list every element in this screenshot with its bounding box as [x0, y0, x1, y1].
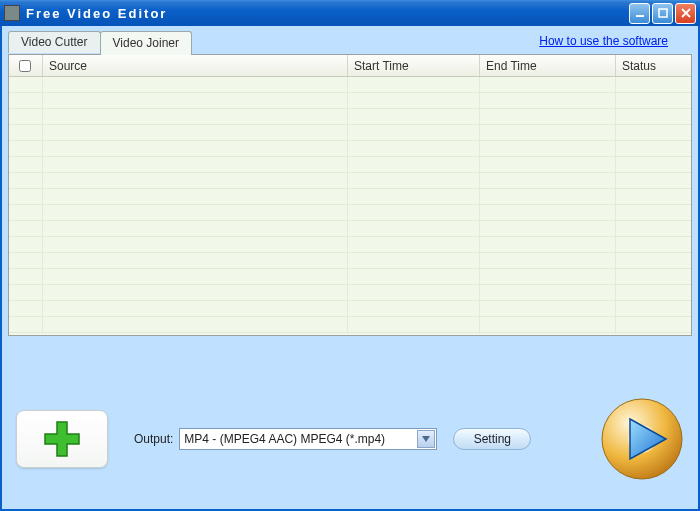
svg-rect-0 [636, 15, 644, 17]
table-row [9, 237, 691, 253]
column-header-start-time[interactable]: Start Time [348, 55, 480, 76]
plus-icon [41, 418, 83, 460]
table-row [9, 77, 691, 93]
column-header-status[interactable]: Status [616, 55, 691, 76]
table-body[interactable] [9, 77, 691, 335]
client-area: Video Cutter Video Joiner How to use the… [0, 26, 700, 511]
column-header-end-time[interactable]: End Time [480, 55, 616, 76]
output-format-select[interactable]: MP4 - (MPEG4 AAC) MPEG4 (*.mp4) [179, 428, 437, 450]
window-controls [629, 3, 696, 24]
column-header-source[interactable]: Source [43, 55, 348, 76]
app-icon [4, 5, 20, 21]
table-row [9, 141, 691, 157]
minimize-button[interactable] [629, 3, 650, 24]
output-label: Output: [134, 432, 173, 446]
play-disc-icon [600, 397, 684, 481]
table-row [9, 221, 691, 237]
output-format-value: MP4 - (MPEG4 AAC) MPEG4 (*.mp4) [184, 432, 385, 446]
tab-video-cutter[interactable]: Video Cutter [8, 31, 101, 53]
table-row [9, 301, 691, 317]
window-title: Free Video Editor [26, 6, 629, 21]
column-header-checkbox[interactable] [9, 55, 43, 76]
tab-bar: Video Cutter Video Joiner How to use the… [8, 30, 692, 54]
dropdown-arrow [417, 430, 435, 448]
title-bar: Free Video Editor [0, 0, 700, 26]
tab-video-joiner[interactable]: Video Joiner [100, 31, 193, 55]
minimize-icon [635, 8, 645, 18]
table-row [9, 269, 691, 285]
maximize-icon [658, 8, 668, 18]
chevron-down-icon [422, 436, 430, 442]
table-row [9, 125, 691, 141]
table-header: Source Start Time End Time Status [9, 55, 691, 77]
table-row [9, 109, 691, 125]
setting-button[interactable]: Setting [453, 428, 531, 450]
table-row [9, 157, 691, 173]
close-icon [681, 8, 691, 18]
output-group: Output: MP4 - (MPEG4 AAC) MPEG4 (*.mp4) [134, 428, 437, 450]
maximize-button[interactable] [652, 3, 673, 24]
table-row [9, 93, 691, 109]
add-file-button[interactable] [16, 410, 108, 468]
video-list-table: Source Start Time End Time Status [8, 54, 692, 336]
table-row [9, 205, 691, 221]
close-button[interactable] [675, 3, 696, 24]
table-row [9, 285, 691, 301]
select-all-checkbox[interactable] [19, 60, 31, 72]
table-row [9, 253, 691, 269]
bottom-toolbar: Output: MP4 - (MPEG4 AAC) MPEG4 (*.mp4) … [16, 397, 684, 481]
table-row [9, 317, 691, 333]
table-row [9, 189, 691, 205]
table-row [9, 173, 691, 189]
help-link[interactable]: How to use the software [539, 34, 668, 48]
svg-rect-1 [659, 9, 667, 17]
play-button[interactable] [600, 397, 684, 481]
